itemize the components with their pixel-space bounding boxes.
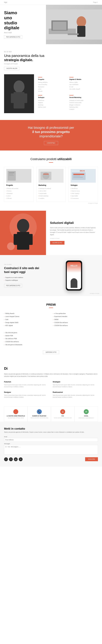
- prodotti-card-sviluppo: IDEAS Sviluppo WordPress React & Vue.js …: [68, 167, 98, 202]
- premi-col-1: Webby Awards Lavori integrati Cannes Gol…: [4, 312, 49, 327]
- nostri-valori-button[interactable]: I NOSTRI VALORI: [4, 67, 19, 70]
- strategy-title-progetto: Progetto: [38, 78, 67, 80]
- strategy-list-sviluppo: WordPress Magento Bootstrap Nothing / pi…: [38, 99, 67, 108]
- strategy-content: Progetto Mockup definitivo Logo & brandi…: [34, 74, 98, 113]
- di-col-text-realizzazioni: Testo di prova lorem ipsum dolor sit ame…: [53, 394, 98, 398]
- fax-icon: 🖨: [60, 409, 65, 414]
- strategy-col-sviluppo: Sviluppo WordPress Magento Bootstrap Not…: [38, 95, 67, 110]
- soluzioni-section: Soluzioni digitali Siamo molto presi per…: [0, 211, 102, 255]
- logo: logo: [4, 1, 7, 3]
- linkedin-icon[interactable]: in: [19, 458, 23, 461]
- hero-cta-button[interactable]: PER SAPERNE DI PIÙ: [4, 35, 22, 39]
- svg-point-29: [17, 219, 29, 232]
- phone-hello-label: HELLO!: [70, 264, 78, 267]
- hero-image-placeholder: [46, 5, 102, 44]
- twitter-icon[interactable]: 𝕏: [9, 458, 13, 461]
- phone-icon: 📞: [37, 409, 42, 414]
- di-col-title-realizzazioni: Realizzazioni: [53, 391, 98, 393]
- soluzioni-image: [0, 211, 46, 255]
- strategy-svg: [4, 74, 34, 112]
- facebook-icon[interactable]: f: [4, 458, 8, 461]
- submit-button[interactable]: INVIA ORA: [85, 457, 98, 461]
- costruisci-cta-button[interactable]: PER SAPERNE DI PIÙ: [4, 284, 22, 287]
- premi-col-3: Sito d'ink del giorno Adobe+FWA Sito del…: [4, 331, 49, 346]
- svg-rect-25: [73, 177, 83, 178]
- page-header: logo Page 1: [0, 0, 102, 5]
- form-group-message: Messaggio: [4, 443, 98, 454]
- strategy-image: [4, 74, 34, 113]
- hero-title: Siamo uno studio digitale: [4, 10, 42, 30]
- svg-point-4: [77, 16, 86, 27]
- premi-title: PREMI: [4, 303, 98, 306]
- message-label: Messaggio: [4, 443, 98, 444]
- strategy-col-social: Social marketing Strategia sui social me…: [69, 95, 98, 110]
- premi-btn-wrap: SAPERNE DI PIÙ: [4, 350, 98, 354]
- strategy-title-social: Social marketing: [69, 96, 98, 98]
- prodotti-grid: Progetto Mockup del prodotto Ricerca Ill…: [4, 167, 98, 202]
- svg-rect-10: [11, 94, 15, 103]
- svg-rect-23: [73, 174, 84, 175]
- su-di-noi-label: SU DI NOI: [4, 51, 98, 52]
- costruisci-section: CHI SIAMO Costruisci il sito web dei tuo…: [0, 255, 102, 296]
- prodotti-card-title-progetto: Progetto: [6, 184, 31, 186]
- soluzioni-cta-button[interactable]: SCOPRI DI PIÙ: [50, 241, 65, 245]
- instagram-icon[interactable]: ig: [14, 458, 18, 461]
- di-grid: Futurism Testo di prova lorem ipsum dolo…: [4, 381, 98, 398]
- message-input[interactable]: [4, 445, 98, 454]
- strategy-list-social: Strategia sui social media Gestione soci…: [69, 99, 98, 110]
- svg-rect-5: [77, 26, 85, 37]
- contact-title: Metti in contatto: [4, 427, 98, 430]
- di-col-title-designer: Designer: [4, 391, 49, 393]
- cta-title: Hai bisogno di professionisti per il tuo…: [4, 126, 98, 138]
- phone-screen: HELLO!: [67, 262, 81, 289]
- strategy-bar-sviluppo: [38, 95, 42, 96]
- prodotti-title: Costruiamo prodotti utilizzabili: [4, 157, 98, 161]
- premi-accent-bar: [49, 308, 53, 308]
- form-row-name: Email: [4, 436, 98, 442]
- info-card-sede-text: Via delle Piante 12 Roma, 00100: [8, 417, 24, 419]
- cta-button[interactable]: CONTATTACI: [44, 141, 58, 145]
- form-footer: f 𝕏 ig in INVIA ORA: [4, 456, 98, 461]
- prodotti-card-title-sviluppo: Sviluppo: [71, 184, 96, 186]
- su-di-noi-section: SU DI NOI Una panoramica della tua strat…: [0, 44, 102, 120]
- prodotti-card-progetto: Progetto Mockup del prodotto Ricerca Ill…: [4, 167, 34, 202]
- di-col-title-futurism: Futurism: [4, 381, 49, 383]
- di-col-text-designer: Testo di prova lorem ipsum dolor sit ame…: [4, 394, 49, 398]
- info-card-email-title: E-MAIL: [84, 415, 88, 416]
- di-title: Di: [4, 366, 98, 371]
- prodotti-card-list-sviluppo: WordPress React & Vue.js PHP / Node.js A…: [71, 187, 96, 200]
- prodotti-card-img-marketing: [39, 169, 64, 183]
- strategy-title-sviluppo: Sviluppo: [38, 96, 67, 98]
- info-card-email: ✉ E-MAIL info@studio.it support@studio.i…: [75, 406, 98, 422]
- prodotti-card-list-progetto: Mockup del prodotto Ricerca Illustratori…: [6, 187, 31, 200]
- strategy-list-progetto: Mockup definitivo Logo & branding Illust…: [38, 81, 67, 92]
- premi-button[interactable]: SAPERNE DI PIÙ: [43, 350, 59, 354]
- info-card-fax-text: +39 06 1234 5679 +39 02 8765 4322: [54, 417, 72, 419]
- su-di-noi-title: Una panoramica della tua strategia digit…: [4, 54, 98, 62]
- form-group-email: Email: [4, 436, 98, 442]
- di-col-title-strategist: Strategist: [53, 381, 98, 383]
- costruisci-list: Supporto su e-mail e telefono Supporto m…: [4, 276, 42, 282]
- di-col-text-strategist: Testo di prova lorem ipsum dolor sit ame…: [53, 384, 98, 388]
- svg-rect-20: [43, 174, 49, 174]
- form-row-message: Messaggio: [4, 443, 98, 454]
- contact-section: Metti in contatto Siamo una piccola agen…: [0, 422, 102, 467]
- strategy-list-digitale: Utilizzo e tablle App mobili/tablet iE-m…: [69, 81, 98, 90]
- hero-section: Siamo uno studio digitale Amo il D&D PER…: [0, 5, 102, 44]
- email-input[interactable]: [4, 438, 98, 442]
- prodotti-section: Costruiamo prodotti utilizzabili Progett…: [0, 150, 102, 211]
- svg-rect-24: [73, 176, 80, 176]
- chi-siamo-label: CHI SIAMO: [4, 264, 42, 265]
- soluzioni-title: Soluzioni digitali: [50, 221, 98, 225]
- di-col-strategist: Strategist Testo di prova lorem ipsum do…: [53, 381, 98, 388]
- soluzioni-credit: Immagine di freepik: [50, 238, 98, 239]
- strategy-col-digitale: Digitale e mobile Utilizzo e tablle App …: [69, 77, 98, 92]
- prodotti-card-img-sviluppo: IDEAS: [71, 169, 96, 183]
- social-icons: f 𝕏 ig in: [4, 458, 23, 461]
- costruisci-credit: Immagine di freepik: [90, 293, 99, 294]
- premi-list-3: Sito d'ink del giorno Adobe+FWA Sito del…: [4, 331, 49, 346]
- info-card-sede: 📍 LA NOSTRA SEDE PRINCIPALE Via delle Pi…: [4, 406, 28, 422]
- page-number: Page 1: [93, 2, 98, 3]
- di-col-futurism: Futurism Testo di prova lorem ipsum dolo…: [4, 381, 49, 388]
- cta-section: Hai bisogno di professionisti per il tuo…: [0, 120, 102, 150]
